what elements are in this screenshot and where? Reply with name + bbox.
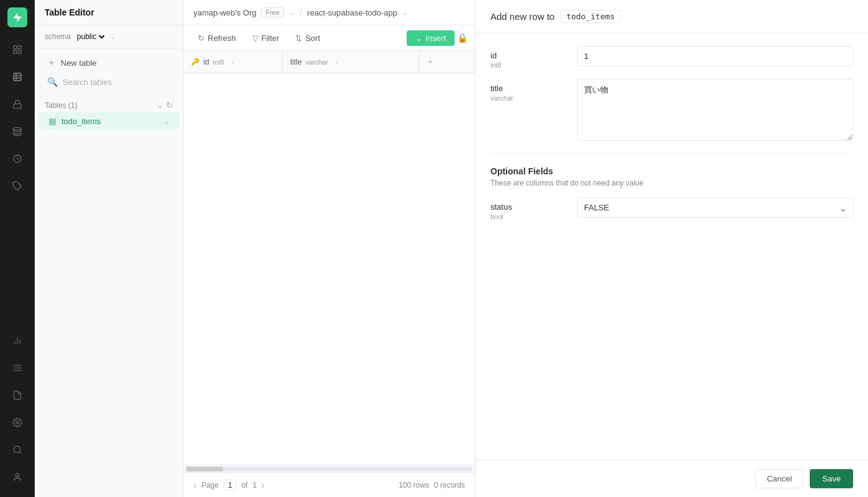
field-label-id: id int8	[490, 46, 565, 69]
field-name-title: title	[490, 84, 565, 93]
panel-body: id int8 title varchar 買い物 Optional Field…	[476, 34, 868, 460]
main-area: yamap-web's Org Free ⌄ / react-supabase-…	[184, 0, 475, 497]
topbar: yamap-web's Org Free ⌄ / react-supabase-…	[184, 0, 475, 25]
field-input-wrap-status: FALSE TRUE	[577, 197, 853, 218]
app-logo	[7, 7, 27, 27]
add-column-icon: ＋	[427, 56, 434, 67]
scrollbar-track	[186, 467, 472, 472]
nav-item-storage[interactable]	[5, 119, 30, 144]
org-name: yamap-web's Org	[193, 8, 256, 17]
col-header-title: title varchar ⌄	[283, 51, 419, 73]
nav-item-table[interactable]	[5, 65, 30, 89]
scrollbar-thumb[interactable]	[186, 467, 223, 472]
rows-label: 100 rows	[399, 481, 429, 490]
sidebar: Table Editor schema public ⌄ ＋ New table…	[35, 0, 184, 497]
field-name-id: id	[490, 51, 565, 60]
sidebar-actions: ＋ New table 🔍 Search tables	[35, 48, 183, 96]
nav-item-settings[interactable]	[5, 410, 30, 435]
search-icon: 🔍	[47, 77, 58, 87]
nav-item-auth[interactable]	[5, 92, 30, 117]
insert-button[interactable]: ⌄ Insert	[407, 30, 454, 46]
lock-icon: 🔒	[457, 33, 467, 43]
topbar-separator: /	[299, 7, 302, 18]
nav-item-logs[interactable]	[5, 356, 30, 380]
plus-icon: ＋	[47, 57, 56, 68]
svg-point-22	[16, 473, 19, 477]
status-select-wrap: FALSE TRUE	[577, 197, 853, 218]
col-id-type: int8	[213, 58, 224, 66]
svg-rect-4	[18, 50, 21, 53]
project-name: react-supabase-todo-app	[308, 8, 397, 17]
field-row-status: status bool FALSE TRUE	[490, 197, 853, 220]
field-input-wrap-title: 買い物	[577, 79, 853, 143]
cancel-button[interactable]: Cancel	[755, 469, 804, 488]
svg-rect-9	[14, 104, 21, 108]
current-page: 1	[224, 480, 237, 491]
svg-point-19	[16, 421, 19, 424]
nav-item-functions[interactable]	[5, 146, 30, 171]
new-table-button[interactable]: ＋ New table	[42, 53, 175, 72]
filter-button[interactable]: ▽ Filter	[246, 30, 286, 47]
total-pages: 1	[252, 481, 257, 490]
sort-button[interactable]: ⇅ Sort	[288, 30, 327, 47]
schema-select[interactable]: public	[74, 32, 107, 42]
nav-item-reports[interactable]	[5, 383, 30, 408]
col-id-name: id	[203, 58, 209, 66]
svg-rect-3	[14, 50, 17, 53]
svg-rect-5	[14, 73, 21, 81]
svg-marker-0	[13, 13, 22, 22]
nav-item-search[interactable]	[5, 437, 30, 462]
field-textarea-title[interactable]: 買い物	[577, 79, 853, 141]
table-content	[184, 73, 475, 465]
next-page-button[interactable]: ›	[262, 480, 265, 490]
field-select-status[interactable]: FALSE TRUE	[577, 197, 853, 218]
table-grid-icon: ▦	[48, 116, 56, 126]
panel-table-name: todo_items	[560, 10, 620, 23]
svg-point-20	[14, 446, 20, 453]
svg-point-10	[14, 127, 21, 130]
field-row-title: title varchar 買い物	[490, 79, 853, 143]
save-button[interactable]: Save	[810, 469, 853, 488]
of-label: of	[241, 481, 247, 490]
panel-footer: Cancel Save	[476, 460, 868, 497]
column-headers: 🔑 id int8 ⌄ title varchar ⌄ ＋	[184, 51, 475, 73]
toolbar: ↻ Refresh ▽ Filter ⇅ Sort ⌄ Insert 🔒	[184, 25, 475, 51]
refresh-icon: ↻	[198, 34, 205, 43]
optional-title: Optional Fields	[490, 166, 853, 176]
svg-rect-2	[18, 46, 21, 49]
filter-icon: ▽	[252, 34, 259, 43]
tables-header: Tables (1) ⌄ ↻	[35, 96, 183, 112]
nav-item-user[interactable]	[5, 465, 30, 490]
table-item-chevron-icon: ⌄	[164, 117, 169, 125]
col-title-chevron-icon: ⌄	[334, 58, 339, 65]
schema-chevron-icon: ⌄	[110, 34, 115, 40]
pagination: ‹ Page 1 of 1 › 100 rows 0 records	[184, 472, 475, 497]
icon-nav	[0, 0, 35, 497]
page-label: Page	[202, 481, 219, 490]
nav-item-home[interactable]	[5, 37, 30, 62]
field-input-id[interactable]	[577, 46, 853, 66]
col-title-type: varchar	[306, 58, 329, 66]
field-type-id: int8	[490, 61, 565, 69]
table-item-todo-items[interactable]: ▦ todo_items ⌄	[38, 112, 179, 130]
add-column-button[interactable]: ＋	[419, 51, 441, 73]
topbar-chevron-icon: ⌄	[289, 9, 294, 17]
schema-selector[interactable]: schema public ⌄	[35, 25, 183, 48]
field-type-status: bool	[490, 213, 565, 220]
horizontal-scrollbar[interactable]	[184, 465, 475, 472]
main-overlay	[184, 73, 475, 465]
tables-header-actions: ⌄ ↻	[157, 101, 173, 110]
refresh-button[interactable]: ↻ Refresh	[191, 30, 243, 47]
prev-page-button[interactable]: ‹	[193, 480, 197, 490]
nav-item-analytics[interactable]	[5, 328, 30, 353]
optional-section: Optional Fields These are columns that d…	[490, 153, 853, 220]
field-name-status: status	[490, 202, 565, 212]
collapse-icon[interactable]: ⌄	[157, 101, 164, 110]
nav-item-extensions[interactable]	[5, 174, 30, 199]
field-label-title: title varchar	[490, 79, 565, 102]
refresh-tables-icon[interactable]: ↻	[166, 101, 173, 110]
field-label-status: status bool	[490, 197, 565, 220]
search-tables-button[interactable]: 🔍 Search tables	[42, 73, 175, 91]
right-panel: Add new row to todo_items id int8 title …	[475, 0, 868, 497]
plan-badge: Free	[261, 7, 284, 17]
